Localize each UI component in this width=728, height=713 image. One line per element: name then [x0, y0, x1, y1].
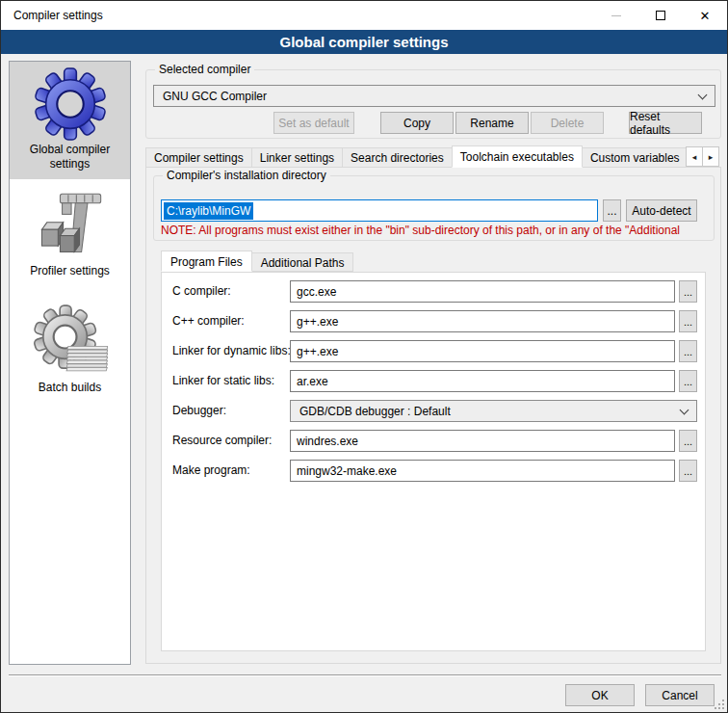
sidebar-item-label: Global compiler settings	[13, 143, 127, 172]
chevron-down-icon	[698, 90, 708, 99]
close-icon: ✕	[700, 10, 711, 22]
settings-category-list: Global compiler settings	[9, 61, 131, 665]
browse-static-linker-button[interactable]: ...	[679, 370, 697, 392]
tab-scroller: ◂ ▸	[687, 146, 719, 167]
field-row-resource-compiler: Resource compiler: ...	[161, 430, 706, 452]
blue-gear-icon	[13, 66, 127, 143]
static-linker-label: Linker for static libs:	[172, 370, 274, 392]
dialog-header: Global compiler settings	[1, 30, 727, 54]
auto-detect-button[interactable]: Auto-detect	[626, 199, 697, 222]
install-dir-group-label: Compiler's installation directory	[163, 169, 330, 182]
rename-button[interactable]: Rename	[455, 112, 529, 134]
selected-compiler-group-label: Selected compiler	[155, 63, 254, 76]
static-linker-input[interactable]	[290, 370, 675, 392]
dynamic-linker-label: Linker for dynamic libs:	[172, 340, 291, 362]
tab-linker-settings[interactable]: Linker settings	[251, 147, 343, 168]
tab-program-files[interactable]: Program Files	[161, 251, 252, 272]
make-program-label: Make program:	[172, 460, 250, 482]
gray-gear-stack-icon	[13, 304, 127, 381]
reset-defaults-button[interactable]: Reset defaults	[629, 112, 702, 134]
resource-compiler-input[interactable]	[290, 430, 675, 452]
sidebar-item-label: Batch builds	[13, 381, 127, 395]
tab-search-directories[interactable]: Search directories	[342, 147, 453, 168]
settings-tab-bar: Compiler settings Linker settings Search…	[145, 145, 687, 168]
resource-compiler-label: Resource compiler:	[172, 430, 272, 452]
browse-dynamic-linker-button[interactable]: ...	[679, 340, 697, 362]
cpp-compiler-input[interactable]	[290, 310, 675, 332]
chevron-down-icon	[680, 405, 689, 414]
c-compiler-label: C compiler:	[172, 280, 231, 303]
browse-make-program-button[interactable]: ...	[679, 460, 697, 482]
debugger-label: Debugger:	[172, 400, 226, 422]
maximize-button[interactable]	[638, 1, 683, 30]
resize-grip[interactable]	[715, 700, 724, 709]
browse-c-compiler-button[interactable]: ...	[679, 280, 697, 303]
c-compiler-input[interactable]	[290, 280, 675, 303]
selected-compiler-dropdown[interactable]: GNU GCC Compiler	[153, 85, 715, 107]
arrow-left-icon: ◂	[692, 152, 697, 162]
ok-button[interactable]: OK	[565, 684, 635, 706]
install-dir-value: C:\raylib\MinGW	[164, 202, 253, 220]
minimize-button[interactable]	[594, 1, 638, 30]
field-row-make-program: Make program: ...	[161, 460, 706, 482]
program-files-tab-bar: Program Files Additional Paths	[161, 251, 352, 272]
window-title: Compiler settings	[13, 9, 103, 22]
browse-install-dir-button[interactable]: ...	[603, 199, 621, 222]
delete-button[interactable]: Delete	[531, 112, 604, 134]
install-dir-input[interactable]: C:\raylib\MinGW	[161, 199, 598, 222]
browse-resource-compiler-button[interactable]: ...	[679, 430, 697, 452]
sidebar-item-batch-builds[interactable]: Batch builds	[10, 300, 130, 403]
tab-custom-variables[interactable]: Custom variables	[582, 147, 687, 168]
sidebar-item-label: Profiler settings	[13, 264, 127, 278]
close-button[interactable]: ✕	[683, 1, 727, 30]
bin-subdirectory-note: NOTE: All programs must exist either in …	[161, 224, 714, 237]
titlebar[interactable]: Compiler settings ✕	[1, 1, 727, 30]
field-row-cpp-compiler: C++ compiler: ...	[161, 310, 706, 332]
cpp-compiler-label: C++ compiler:	[172, 310, 245, 332]
field-row-debugger: Debugger: GDB/CDB debugger : Default	[161, 400, 706, 422]
dynamic-linker-input[interactable]	[290, 340, 675, 362]
debugger-value: GDB/CDB debugger : Default	[299, 405, 451, 418]
footer-separator	[9, 674, 721, 676]
field-row-static-linker: Linker for static libs: ...	[161, 370, 706, 392]
field-row-dynamic-linker: Linker for dynamic libs: ...	[161, 340, 706, 362]
arrow-right-icon: ▸	[709, 152, 714, 162]
caption-buttons: ✕	[594, 1, 727, 30]
copy-button[interactable]: Copy	[380, 112, 454, 134]
browse-cpp-compiler-button[interactable]: ...	[679, 310, 697, 332]
tab-scroll-left-button[interactable]: ◂	[686, 146, 703, 167]
tab-scroll-right-button[interactable]: ▸	[702, 146, 719, 167]
make-program-input[interactable]	[290, 460, 675, 482]
tab-compiler-settings[interactable]: Compiler settings	[145, 147, 252, 168]
sidebar-item-global-compiler-settings[interactable]: Global compiler settings	[10, 62, 130, 179]
tab-additional-paths[interactable]: Additional Paths	[251, 252, 354, 272]
debugger-dropdown[interactable]: GDB/CDB debugger : Default	[290, 400, 697, 422]
tab-toolchain-executables[interactable]: Toolchain executables	[452, 145, 583, 168]
sidebar-item-profiler-settings[interactable]: Profiler settings	[10, 183, 130, 286]
field-row-c-compiler: C compiler: ...	[161, 280, 706, 303]
cancel-button[interactable]: Cancel	[645, 684, 715, 706]
maximize-icon	[656, 11, 665, 20]
compiler-settings-dialog: Compiler settings ✕ Global compiler sett…	[0, 0, 728, 713]
caliper-icon	[13, 187, 127, 264]
set-as-default-button[interactable]: Set as default	[273, 112, 354, 134]
dialog-header-title: Global compiler settings	[279, 34, 448, 50]
minimize-icon	[611, 15, 621, 16]
selected-compiler-value: GNU GCC Compiler	[163, 90, 267, 103]
